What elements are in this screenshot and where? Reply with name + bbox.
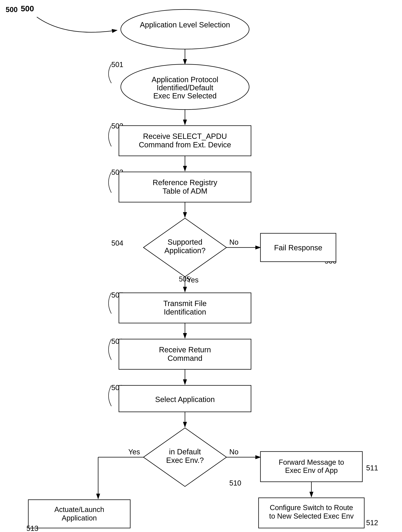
svg-text:Application: Application: [62, 514, 97, 522]
svg-rect-64: [28, 500, 130, 528]
svg-text:Configure Switch to Route: Configure Switch to Route: [270, 504, 353, 512]
svg-text:Fail Response: Fail Response: [274, 244, 322, 252]
svg-text:Exec Env.?: Exec Env.?: [166, 456, 204, 464]
flowchart-diagram: 500 500 Application Level Selection 501 …: [0, 0, 402, 532]
svg-text:in Default: in Default: [169, 448, 201, 456]
svg-text:Receive Return: Receive Return: [159, 346, 211, 354]
svg-point-2: [121, 9, 249, 49]
svg-text:Reference Registry: Reference Registry: [153, 178, 217, 187]
svg-text:500: 500: [21, 4, 34, 13]
svg-text:Application Protocol: Application Protocol: [152, 75, 218, 84]
svg-text:Application Level Selection: Application Level Selection: [140, 21, 230, 29]
svg-text:No: No: [229, 448, 239, 456]
svg-text:Select Application: Select Application: [155, 395, 215, 404]
svg-text:Command: Command: [167, 354, 203, 362]
svg-text:Command from Ext. Device: Command from Ext. Device: [139, 140, 231, 149]
svg-text:Yes: Yes: [128, 448, 140, 456]
svg-text:513: 513: [26, 525, 38, 532]
svg-text:Supported: Supported: [167, 238, 203, 246]
svg-text:511: 511: [366, 464, 378, 472]
svg-text:Forward Message to: Forward Message to: [279, 458, 344, 466]
svg-text:501: 501: [111, 61, 123, 69]
svg-text:Exec Env Selected: Exec Env Selected: [153, 92, 217, 100]
svg-text:Application?: Application?: [164, 246, 205, 255]
svg-text:to New Selected Exec Env: to New Selected Exec Env: [269, 512, 354, 520]
svg-text:Receive SELECT_APDU: Receive SELECT_APDU: [143, 132, 227, 140]
svg-text:No: No: [229, 238, 239, 246]
svg-text:504: 504: [111, 239, 123, 247]
svg-text:Table of ADM: Table of ADM: [162, 187, 207, 195]
svg-text:Identification: Identification: [164, 308, 206, 316]
svg-text:512: 512: [366, 519, 378, 527]
svg-text:Actuate/Launch: Actuate/Launch: [54, 506, 104, 513]
svg-text:510: 510: [229, 479, 241, 487]
svg-text:Identified/Default: Identified/Default: [157, 83, 213, 92]
svg-text:505: 505: [179, 275, 190, 283]
svg-text:Exec Env of App: Exec Env of App: [285, 466, 338, 474]
svg-text:Transmit File: Transmit File: [163, 299, 207, 308]
